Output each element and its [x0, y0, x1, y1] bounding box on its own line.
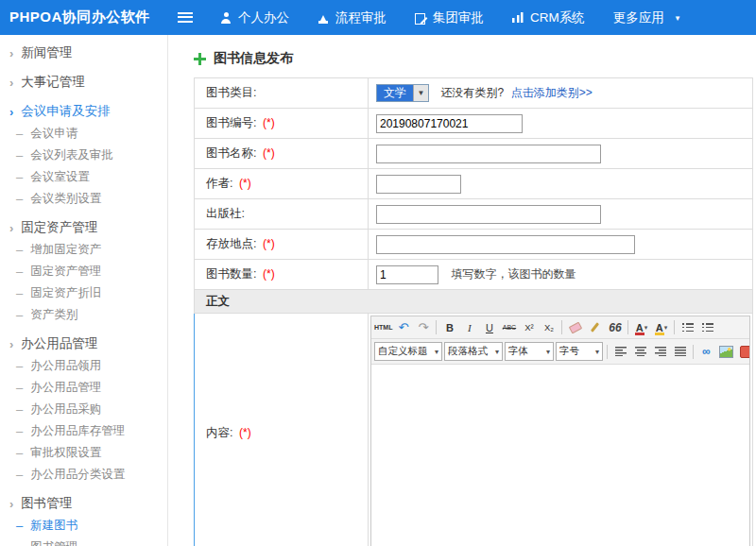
sidebar-sub-item[interactable]: –会议类别设置: [0, 188, 167, 210]
sidebar-item-label: 会议类别设置: [30, 191, 101, 207]
toolbar-separator: [561, 320, 562, 334]
page-title: 图书信息发布: [214, 50, 293, 67]
nav-more-apps[interactable]: 更多应用 ▾: [599, 0, 695, 35]
link-icon[interactable]: ∞: [697, 342, 715, 361]
format-brush-icon[interactable]: [586, 318, 604, 337]
hamburger-menu-icon: [178, 12, 193, 23]
unordered-list-icon[interactable]: [679, 318, 696, 337]
align-center-icon[interactable]: [631, 342, 649, 361]
bar-chart-icon: [512, 12, 524, 23]
toolbar-separator: [436, 320, 437, 334]
undo-icon[interactable]: ↶: [394, 318, 412, 337]
dash-icon: –: [16, 149, 23, 162]
chevron-down-icon: ▾: [676, 13, 680, 23]
add-category-link[interactable]: 点击添加类别>>: [511, 86, 593, 99]
redo-icon[interactable]: ↷: [414, 318, 432, 337]
sidebar-sub-item[interactable]: –新建图书: [0, 515, 167, 537]
sidebar-item-label: 资产类别: [30, 307, 77, 323]
category-select[interactable]: 文学 ▼: [376, 84, 429, 102]
blockquote-icon[interactable]: 66: [606, 318, 624, 337]
sidebar-sub-item[interactable]: –办公用品分类设置: [0, 464, 167, 486]
dash-icon: –: [16, 541, 23, 546]
sidebar-group-item[interactable]: ›会议申请及安排: [0, 100, 167, 123]
eraser-icon[interactable]: [566, 318, 584, 337]
sidebar-item-label: 会议申请及安排: [21, 103, 111, 120]
sidebar-sub-item[interactable]: –资产类别: [0, 304, 167, 326]
superscript-icon[interactable]: X²: [520, 318, 538, 337]
dash-icon: –: [16, 360, 23, 372]
dash-icon: –: [16, 287, 23, 299]
sidebar-item-label: 会议申请: [30, 126, 77, 142]
ordered-list-icon[interactable]: [698, 318, 716, 337]
sidebar-group-item[interactable]: ›新闻管理: [0, 42, 167, 64]
editor-content-area[interactable]: [371, 365, 749, 546]
sidebar-group-item[interactable]: ›固定资产管理: [0, 216, 167, 239]
font-size-select[interactable]: 字号▾: [556, 342, 603, 361]
align-right-icon[interactable]: [651, 342, 669, 361]
book-name-input[interactable]: [376, 145, 601, 163]
book-no-input[interactable]: [376, 114, 523, 133]
sidebar-sub-item[interactable]: –办公用品库存管理: [0, 420, 167, 442]
align-left-icon[interactable]: [611, 342, 629, 361]
publisher-input[interactable]: [376, 205, 601, 224]
sidebar-sub-item[interactable]: –会议列表及审批: [0, 145, 167, 166]
strikethrough-icon[interactable]: ABC: [500, 318, 518, 337]
required-mark: (*): [263, 116, 275, 129]
sidebar-sub-item[interactable]: –会议申请: [0, 123, 167, 145]
italic-icon[interactable]: I: [460, 318, 478, 337]
paragraph-format-select[interactable]: 段落格式▾: [444, 342, 503, 361]
sidebar-sub-item[interactable]: –增加固定资产: [0, 239, 167, 261]
highlight-color-icon[interactable]: A▾: [652, 318, 670, 337]
font-family-select[interactable]: 字体▾: [505, 342, 554, 361]
dash-icon: –: [16, 128, 23, 140]
sidebar-sub-item[interactable]: –固定资产折旧: [0, 282, 167, 304]
nav-personal-office[interactable]: 个人办公: [206, 0, 303, 35]
sidebar-group-item[interactable]: ›图书管理: [0, 492, 167, 515]
sidebar-sub-item[interactable]: –办公用品领用: [0, 355, 167, 377]
sidebar-toggle-button[interactable]: [174, 9, 197, 26]
underline-icon[interactable]: U: [480, 318, 498, 337]
sidebar-sub-item[interactable]: –会议室设置: [0, 166, 167, 188]
quantity-input[interactable]: [376, 265, 438, 284]
dash-icon: –: [16, 382, 23, 394]
app-logo[interactable]: PHPOA协同办公软件: [0, 9, 168, 26]
required-mark: (*): [263, 146, 275, 160]
field-label: 存放地点:: [206, 237, 256, 250]
sidebar-sub-item[interactable]: –图书管理: [0, 537, 167, 546]
align-justify-icon[interactable]: [671, 342, 689, 361]
nav-process-approval[interactable]: 流程审批: [303, 0, 401, 35]
author-input[interactable]: [376, 175, 461, 194]
top-navigation: 个人办公 流程审批 集团审批 CRM系统 更多应用 ▾: [206, 0, 694, 35]
image-icon[interactable]: [717, 342, 735, 361]
sidebar-sub-item[interactable]: –审批权限设置: [0, 442, 167, 464]
nav-label: 更多应用: [613, 9, 664, 26]
nav-group-approval[interactable]: 集团审批: [401, 0, 498, 35]
bold-icon[interactable]: B: [440, 318, 458, 337]
chevron-right-icon: ›: [9, 498, 13, 510]
chevron-right-icon: ›: [9, 106, 13, 118]
field-label: 作者:: [206, 177, 232, 190]
subscript-icon[interactable]: X₂: [540, 318, 558, 337]
chevron-down-icon: ▾: [664, 324, 668, 332]
field-label: 图书名称:: [206, 146, 256, 160]
location-input[interactable]: [376, 235, 635, 254]
sidebar-item-label: 固定资产折旧: [30, 285, 101, 301]
sidebar-sub-item[interactable]: –办公用品采购: [0, 399, 167, 420]
field-label: 出版社:: [206, 207, 245, 220]
media-icon[interactable]: [737, 342, 749, 361]
dash-icon: –: [16, 469, 23, 481]
nav-crm-system[interactable]: CRM系统: [498, 0, 599, 35]
category-select-value: 文学: [377, 85, 413, 101]
sidebar-group-item[interactable]: ›大事记管理: [0, 71, 167, 94]
sidebar-group-item[interactable]: ›办公用品管理: [0, 333, 167, 355]
html-source-icon[interactable]: HTML: [374, 318, 392, 337]
edit-approval-icon: [415, 12, 426, 24]
field-label: 图书类目:: [206, 86, 256, 99]
chevron-down-icon: ▾: [546, 348, 550, 356]
chevron-right-icon: ›: [9, 47, 13, 60]
sidebar-sub-item[interactable]: –固定资产管理: [0, 261, 167, 282]
editor-toolbar-row2: 自定义标题▾段落格式▾字体▾字号▾∞: [371, 339, 749, 365]
sidebar-sub-item[interactable]: –办公用品管理: [0, 377, 167, 399]
font-color-icon[interactable]: A▾: [632, 318, 650, 337]
custom-title-select[interactable]: 自定义标题▾: [374, 342, 442, 361]
